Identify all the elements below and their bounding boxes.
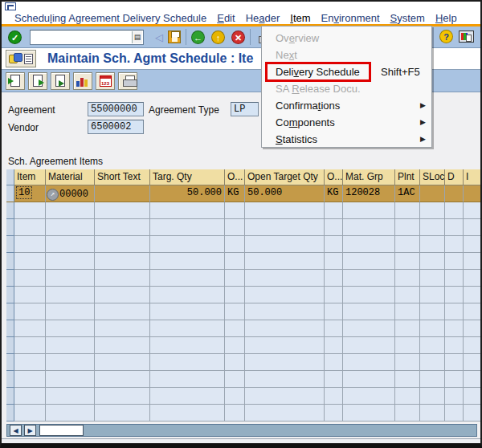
cell-d[interactable] xyxy=(445,185,464,202)
col-header-uom2[interactable]: O... xyxy=(325,169,343,185)
table-cell[interactable] xyxy=(95,405,150,422)
row-selector[interactable] xyxy=(6,354,14,371)
table-cell[interactable] xyxy=(343,219,395,236)
table-cell[interactable] xyxy=(245,337,325,354)
row-selector[interactable] xyxy=(6,219,14,236)
table-row[interactable] xyxy=(6,287,482,303)
table-cell[interactable] xyxy=(95,236,150,253)
table-cell[interactable] xyxy=(245,219,325,236)
table-cell[interactable] xyxy=(95,287,150,303)
table-cell[interactable] xyxy=(95,303,150,320)
table-cell[interactable] xyxy=(95,354,150,371)
table-cell[interactable] xyxy=(395,354,420,371)
table-cell[interactable] xyxy=(395,253,420,270)
row-selector[interactable] xyxy=(6,202,14,219)
table-cell[interactable] xyxy=(225,354,245,371)
cell-plnt[interactable]: 1AC xyxy=(395,185,420,202)
table-cell[interactable] xyxy=(420,303,445,320)
table-cell[interactable] xyxy=(325,320,343,337)
services-for-object-button[interactable] xyxy=(6,50,36,67)
table-cell[interactable] xyxy=(150,202,225,219)
table-cell[interactable] xyxy=(245,202,325,219)
table-cell[interactable] xyxy=(225,270,245,287)
table-row-selected[interactable]: 10 ↗00000 50.000 KG 50.000 KG 120028 1AC xyxy=(6,185,482,202)
cancel-icon[interactable]: ✕ xyxy=(231,31,245,44)
col-header-sloc[interactable]: SLoc xyxy=(420,169,445,185)
col-header-plnt[interactable]: Plnt xyxy=(395,169,420,185)
table-cell[interactable] xyxy=(46,371,95,388)
command-input[interactable] xyxy=(31,31,132,44)
table-cell[interactable] xyxy=(395,371,420,388)
agreement-type-field[interactable]: LP xyxy=(231,102,259,116)
cell-open-target-qty[interactable]: 50.000 xyxy=(245,185,325,202)
table-cell[interactable] xyxy=(325,303,343,320)
table-cell[interactable] xyxy=(343,253,395,270)
table-cell[interactable] xyxy=(420,236,445,253)
table-cell[interactable] xyxy=(225,219,245,236)
menu-system[interactable]: System xyxy=(390,12,425,24)
table-cell[interactable] xyxy=(325,337,343,354)
table-cell[interactable] xyxy=(245,405,325,422)
horizontal-scrollbar[interactable]: ◀ ▶ xyxy=(6,424,477,437)
table-cell[interactable] xyxy=(343,371,395,388)
table-cell[interactable] xyxy=(150,354,225,371)
table-cell[interactable] xyxy=(225,371,245,388)
table-cell[interactable] xyxy=(150,337,225,354)
table-cell[interactable] xyxy=(343,337,395,354)
previous-icon[interactable]: ◁ xyxy=(155,31,163,43)
col-header-item[interactable]: Item xyxy=(14,169,46,185)
table-cell[interactable] xyxy=(14,236,46,253)
table-row[interactable] xyxy=(6,405,482,422)
table-cell[interactable] xyxy=(14,388,46,405)
table-cell[interactable] xyxy=(445,405,464,422)
table-cell[interactable] xyxy=(445,270,464,287)
table-cell[interactable] xyxy=(150,287,225,303)
table-cell[interactable] xyxy=(225,287,245,303)
menu-item[interactable]: Item xyxy=(290,12,310,24)
back-icon[interactable]: ← xyxy=(191,31,205,44)
scroll-right-icon[interactable]: ▶ xyxy=(24,425,36,436)
table-cell[interactable] xyxy=(420,405,445,422)
table-row[interactable] xyxy=(6,270,482,287)
table-row[interactable] xyxy=(6,303,482,320)
item-details-button[interactable] xyxy=(6,72,25,90)
table-cell[interactable] xyxy=(95,253,150,270)
table-cell[interactable] xyxy=(325,219,343,236)
table-cell[interactable] xyxy=(445,253,464,270)
row-selector[interactable] xyxy=(6,303,14,320)
table-row[interactable] xyxy=(6,371,482,388)
table-cell[interactable] xyxy=(464,219,482,236)
table-cell[interactable] xyxy=(395,320,420,337)
item-conditions-button[interactable] xyxy=(28,72,47,90)
table-cell[interactable] xyxy=(46,236,95,253)
table-cell[interactable] xyxy=(445,371,464,388)
table-cell[interactable] xyxy=(150,303,225,320)
table-cell[interactable] xyxy=(150,388,225,405)
table-cell[interactable] xyxy=(325,354,343,371)
table-cell[interactable] xyxy=(395,337,420,354)
table-cell[interactable] xyxy=(395,236,420,253)
table-cell[interactable] xyxy=(46,388,95,405)
table-cell[interactable] xyxy=(343,202,395,219)
table-cell[interactable] xyxy=(464,354,482,371)
table-cell[interactable] xyxy=(245,270,325,287)
table-cell[interactable] xyxy=(95,202,150,219)
table-cell[interactable] xyxy=(225,236,245,253)
row-selector[interactable] xyxy=(6,320,14,337)
row-selector[interactable] xyxy=(6,236,14,253)
table-cell[interactable] xyxy=(225,303,245,320)
table-cell[interactable] xyxy=(150,320,225,337)
cell-targ-qty[interactable]: 50.000 xyxy=(150,185,225,202)
col-header-mat-grp[interactable]: Mat. Grp xyxy=(343,169,395,185)
table-cell[interactable] xyxy=(14,354,46,371)
table-row[interactable] xyxy=(6,253,482,270)
next-item-button[interactable] xyxy=(51,72,70,90)
table-cell[interactable] xyxy=(14,303,46,320)
table-cell[interactable] xyxy=(95,320,150,337)
scrollbar-thumb[interactable] xyxy=(39,425,84,436)
table-cell[interactable] xyxy=(14,202,46,219)
table-cell[interactable] xyxy=(445,303,464,320)
table-cell[interactable] xyxy=(343,287,395,303)
table-cell[interactable] xyxy=(14,253,46,270)
table-cell[interactable] xyxy=(46,320,95,337)
